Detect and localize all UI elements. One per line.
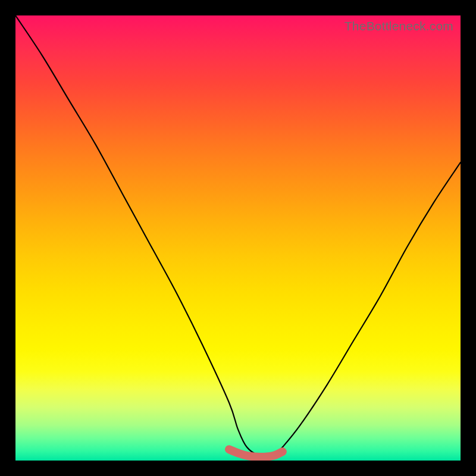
optimal-range-curve — [229, 449, 283, 457]
watermark-label: TheBottleneck.com — [345, 19, 453, 33]
curve-svg — [15, 15, 461, 461]
plot-area: TheBottleneck.com — [15, 15, 461, 461]
bottleneck-curve — [15, 15, 461, 457]
chart-frame: TheBottleneck.com — [0, 0, 476, 476]
